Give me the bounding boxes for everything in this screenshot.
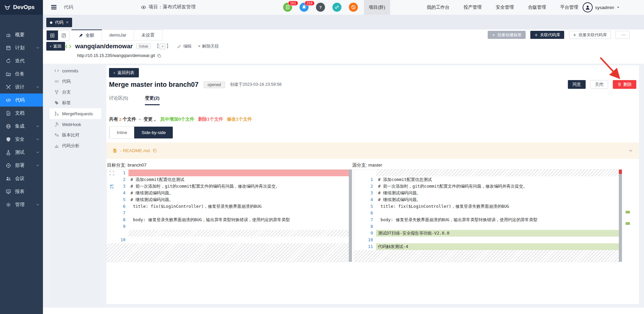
sidebar-item[interactable]: 会议 — [0, 172, 43, 185]
chevron-down-icon — [36, 150, 40, 154]
topbar-nav-item[interactable]: 我的工作台 — [427, 4, 450, 10]
topbar-icon-button[interactable] — [332, 3, 341, 12]
left-pane-scrollbar[interactable] — [349, 170, 352, 262]
diff-line[interactable]: 1 # 添加commit配置信息测试 — [354, 176, 622, 183]
edit-button[interactable]: 编辑 — [177, 44, 192, 49]
user-menu[interactable]: sysadmin — [583, 0, 620, 15]
diff-file-header[interactable]: - README.md — [106, 142, 639, 159]
diff-line[interactable]: 5 title: fix($LoginController)，修复登录失败界面崩… — [354, 203, 622, 210]
topbar-nav-item[interactable]: 合版管理 — [528, 4, 546, 10]
provider-badge: Gitlab — [137, 44, 151, 49]
repo-nav-item[interactable]: 代码 — [50, 76, 101, 87]
toolbar-action-button[interactable]: 关联代码库 — [530, 31, 564, 39]
sidebar-item[interactable]: 设计 — [0, 80, 43, 93]
repo-nav-item[interactable]: 分支 — [50, 87, 101, 98]
topbar-nav-item[interactable]: 安全管理 — [496, 4, 514, 10]
topbar-nav-item[interactable]: 平台管理 — [560, 4, 578, 10]
repo-nav-item[interactable]: 标签 — [50, 98, 101, 108]
right-pane-scrollbar[interactable] — [619, 170, 622, 262]
diff-line[interactable]: 7 body: 修复登录失败界面崩溃的BUG，输出异常类型转换错误，使用约定的异… — [354, 216, 622, 223]
sidebar-item[interactable]: 部署 — [0, 159, 43, 172]
copy-icon[interactable] — [157, 54, 161, 58]
diff-line[interactable]: 11 代码触发测试-4 — [354, 243, 622, 250]
sidebar-item[interactable]: 代码 — [0, 93, 43, 107]
approve-button[interactable]: 同意 — [568, 80, 586, 89]
task-icon — [6, 71, 11, 77]
back-button[interactable]: ‹ 返回 — [46, 42, 65, 51]
copy-icon[interactable] — [153, 148, 157, 153]
repo-group-tab[interactable]: demoJar — [102, 29, 134, 41]
sidebar-item[interactable]: 报表 — [0, 185, 43, 198]
project-indicator[interactable]: 项目：瀑布式研发管理 — [141, 4, 196, 10]
app-logo[interactable]: DevOps — [0, 0, 43, 15]
sidebar-item[interactable]: 迭代 — [0, 54, 43, 67]
diff-line[interactable]: 7 — [107, 210, 352, 216]
diff-line[interactable]: 2 # 添加commit配置信息测试 — [107, 176, 352, 183]
list-view-button[interactable] — [47, 30, 58, 40]
diff-line[interactable]: 6 — [354, 210, 622, 216]
diff-line[interactable]: 2 # 前一次添加时，git的commit配置文件的编码有问题，修改编码并再次提… — [354, 183, 622, 190]
diff-line[interactable]: 4 # 继续测试编码问题。 — [107, 190, 352, 196]
diff-view-mode-button[interactable]: Inline — [109, 127, 134, 138]
diff-view-mode-button[interactable]: Side-by-side — [134, 127, 173, 138]
line-number: 7 — [107, 210, 128, 216]
repo-nav-item[interactable]: commits — [50, 65, 101, 76]
repo-nav-item[interactable]: 代码分析 — [50, 140, 101, 151]
toolbar-action-button[interactable]: 批量创建标签 — [488, 31, 526, 39]
plus-icon[interactable]: + — [160, 44, 165, 49]
toolbar-action-button[interactable]: ⋯ — [615, 31, 630, 39]
close-icon[interactable]: × — [66, 20, 68, 25]
sidebar-item[interactable]: 文档 — [0, 107, 43, 120]
repo-group-tab[interactable]: 全部 — [71, 29, 102, 41]
diff-line[interactable]: 4 # 继续测试编码问题。 — [354, 196, 622, 203]
diff-line[interactable] — [107, 230, 352, 237]
hamburger-menu-icon[interactable] — [50, 4, 57, 11]
repo-nav-item[interactable]: 版本比对 — [50, 130, 101, 140]
chevron-down-icon[interactable] — [138, 117, 142, 121]
diff-line[interactable]: 6 title: fix($LoginController)，修复登录失败界面崩… — [107, 203, 352, 210]
topbar-icon-button[interactable] — [349, 3, 358, 12]
repo-group-tab[interactable]: 未设置 — [134, 29, 162, 41]
board-view-button[interactable] — [58, 30, 69, 40]
mr-tab[interactable]: 讨论区(5) — [109, 95, 128, 105]
unified-diff-icon[interactable] — [109, 184, 114, 189]
file-name[interactable]: - README.md — [120, 148, 150, 153]
diff-line[interactable]: 10 — [354, 237, 622, 243]
unlink-button[interactable]: × 解除关联 — [198, 44, 219, 49]
collapse-chevron-icon[interactable] — [629, 148, 633, 153]
sidebar-item[interactable]: 集成 — [0, 120, 43, 133]
toolbar-action-button[interactable]: 批量关联代码库 — [569, 31, 611, 39]
mr-tab[interactable]: 变更(2) — [145, 95, 160, 105]
close-mr-button[interactable]: 关闭 — [590, 80, 608, 89]
repo-nav-item[interactable]: MergeRequests — [50, 108, 101, 119]
delete-button[interactable]: 删除 — [613, 80, 636, 89]
topbar-icon-button[interactable]: 218 — [300, 3, 309, 12]
diff-line[interactable]: 3 # 前一次添加时，git的commit配置文件的编码有问题，修改编码并再次提… — [107, 183, 352, 190]
diff-line[interactable] — [354, 170, 622, 176]
tab-code[interactable]: 代码 × — [46, 18, 72, 27]
sidebar-item[interactable]: 概要 — [0, 28, 43, 41]
diff-line[interactable]: 8 — [354, 223, 622, 230]
sidebar-item[interactable]: 计划 — [0, 41, 43, 54]
diff-line[interactable]: 10 — [107, 237, 352, 243]
sidebar-item[interactable]: 安全 — [0, 133, 43, 146]
repo-nav-item[interactable]: WebHook — [50, 119, 101, 130]
diff-line[interactable]: 1 — [107, 170, 352, 176]
diff-line[interactable]: 3 # 继续测试编码问题。 — [354, 190, 622, 196]
sidebar-item[interactable]: 任务 — [0, 67, 43, 80]
diff-line[interactable]: 9 测试DT扫描-安全报告等功能-V2.0.0 — [354, 230, 622, 237]
link-icon — [334, 5, 339, 10]
sidebar-item[interactable]: 管理 — [0, 198, 43, 211]
diff-line[interactable]: 9 — [107, 223, 352, 230]
sidebar-item[interactable]: 测试 — [0, 146, 43, 159]
topbar-nav-item[interactable]: 投产管理 — [464, 4, 482, 10]
topbar-nav-item[interactable]: 项目(群) — [364, 0, 390, 15]
test-icon — [6, 150, 11, 155]
bracket-add-control[interactable]: 【 + 】 — [154, 43, 171, 49]
topbar-icon-button[interactable]: 161 — [283, 3, 292, 12]
topbar-icon-button[interactable]: ? — [316, 3, 325, 12]
expand-icon[interactable] — [109, 171, 114, 176]
diff-line[interactable]: 8 body: 修复登录失败界面崩溃的BUG，输出异常类型转换错误，使用约定的异… — [107, 216, 352, 223]
back-to-list-button[interactable]: ‹ 返回列表 — [109, 68, 139, 77]
diff-line[interactable]: 5 # 继续测试编码问题。 — [107, 196, 352, 203]
